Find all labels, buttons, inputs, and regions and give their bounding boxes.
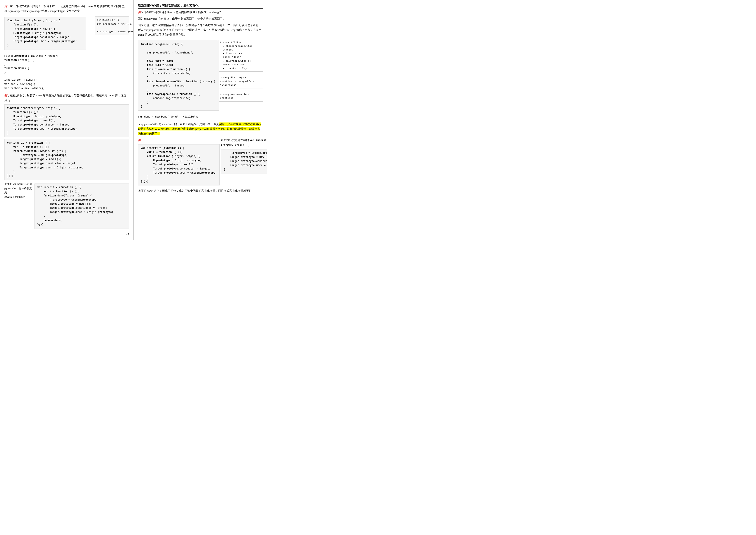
code-inline-1: Father.prototype.lastName = "Deng"; func… (4, 53, 129, 76)
debug-box-2: > deng.divorce() < undefined > deng.wife… (218, 74, 263, 88)
inherit-note: 上面的 var inherit 与右边的 var inherit 是一样的意思建… (4, 182, 32, 199)
code-block-2: function inherit(Target, Origin) { funct… (4, 104, 129, 137)
example-2-text: 例，在雅虎时代，封装了 YUI3 库来解决方法三的不足，与圣杯模式相似。现在不用… (4, 93, 129, 103)
right-ans2: 因为闭包。这个函数被储存到了外部，所以储存了这个函数的执行期上下文。所以可以用这… (138, 23, 263, 37)
example-label-r2: 例 (138, 138, 141, 142)
example-3-label: 例 (138, 138, 220, 143)
end-text: 上面的 var F 这个 F 形成了闭包，成为了这个函数的私有化变量，而且变成私… (138, 188, 263, 193)
side-note-1: function F() {} Son.prototype = new F();… (94, 16, 129, 35)
left-panel: 例：左下这种方法就不好使了，相当于右下。还是原型指向有问题，new 的时候用的是… (0, 0, 134, 240)
final-text-pre: 最后执行完是这个样的 var inherit = function (Targe… (221, 138, 267, 148)
code-block-3: var inherit = (function () { var F = fun… (4, 139, 129, 180)
deng-call-code: var deng = new Deng('deng', 'xiaoliu'); (138, 114, 263, 120)
debug-box-1: > deng < ▼ Deng ▶ changePrepareWife: (ta… (218, 39, 263, 71)
code-block-1: function inherit(Target, Origin) { funct… (4, 17, 86, 50)
prepare-text: deng.prepareWife 是 undefined 的，表面上看起来不是自… (138, 122, 263, 136)
right-q-text: 例为什么在外部执行的 divorce 能用内部的变量？能换成 xiaozhang… (138, 10, 263, 15)
page-number: 44 (4, 233, 129, 236)
code-inline-2: inherit(Son, Father); var son = new Son(… (4, 77, 129, 92)
example-label-1: 例 (4, 5, 7, 8)
right-panel: 联系到闭包作用：可以实现封装，属性私有化。 例为什么在外部执行的 divorce… (134, 0, 267, 240)
intro-text: 例：左下这种方法就不好使了，相当于右下。还是原型指向有问题，new 的时候用的是… (4, 4, 129, 14)
example-label-r1: 例 (138, 11, 141, 14)
code-block-4: var inherit = (function () { var F = fun… (35, 183, 129, 229)
code-block-5: var inherit = (function () { var F = fun… (138, 144, 220, 185)
code-block-6: F.prototype = Origin.prototype; Target.p… (221, 149, 267, 174)
example-label-2: 例 (4, 94, 7, 97)
right-ans1: 因为 this.divorce 在对象上，由于对象被返回了，这个方法也被返回了。 (138, 16, 263, 21)
debug-box-3: > deng.prepareWife < undefined (218, 91, 263, 101)
inherit-row: 上面的 var inherit 与右边的 var inherit 是一样的意思建… (4, 182, 129, 231)
deng-function-code: function Deng(name, wife) { var prepareW… (138, 41, 219, 111)
section-title: 联系到闭包作用：可以实现封装，属性私有化。 (138, 4, 263, 9)
